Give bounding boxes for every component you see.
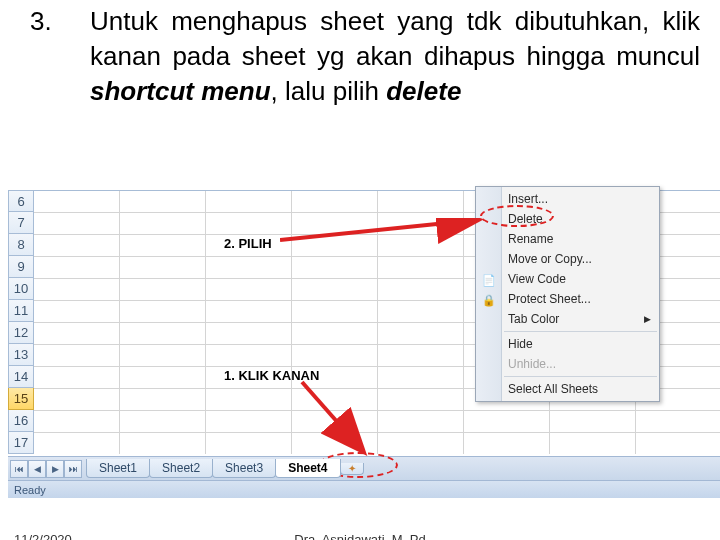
ctx-select-all-sheets[interactable]: Select All Sheets (476, 379, 659, 399)
sheet-tabs: Sheet1Sheet2Sheet3Sheet4 (86, 459, 340, 478)
context-menu-separator (504, 331, 657, 332)
sheet-tab-bar: ⏮ ◀ ▶ ⏭ Sheet1Sheet2Sheet3Sheet4 ✦ (8, 456, 720, 480)
instruction-block: 3. Untuk menghapus sheet yang tdk dibutu… (30, 4, 700, 109)
annotation-klik-kanan: 1. KLIK KANAN (224, 368, 319, 383)
tab-nav-next[interactable]: ▶ (46, 460, 64, 478)
ctx-view-code[interactable]: 📄 View Code (476, 269, 659, 289)
context-menu-separator-2 (504, 376, 657, 377)
lock-icon: 🔒 (481, 292, 497, 308)
context-menu: Insert... Delete Rename Move or Copy... … (475, 186, 660, 402)
instruction-term-1: shortcut menu (90, 76, 271, 106)
ctx-move-copy[interactable]: Move or Copy... (476, 249, 659, 269)
row-header[interactable]: 7 (8, 212, 34, 234)
row-headers: 67891011121314151617 (8, 190, 34, 454)
annotation-pilih: 2. PILIH (224, 236, 272, 251)
instruction-text-2: , lalu pilih (271, 76, 387, 106)
row-header[interactable]: 16 (8, 410, 34, 432)
row-header[interactable]: 10 (8, 278, 34, 300)
status-bar: Ready (8, 480, 720, 498)
row-header[interactable]: 6 (8, 190, 34, 212)
code-icon: 📄 (481, 272, 497, 288)
sheet-tab[interactable]: Sheet4 (275, 459, 340, 478)
tab-nav-prev[interactable]: ◀ (28, 460, 46, 478)
instruction-term-2: delete (386, 76, 461, 106)
ctx-rename[interactable]: Rename (476, 229, 659, 249)
ctx-tab-color[interactable]: Tab Color ▶ (476, 309, 659, 329)
tab-nav-last[interactable]: ⏭ (64, 460, 82, 478)
instruction-number: 3. (30, 4, 52, 39)
row-header[interactable]: 9 (8, 256, 34, 278)
row-header[interactable]: 11 (8, 300, 34, 322)
instruction-body: Untuk menghapus sheet yang tdk dibutuhka… (90, 4, 700, 109)
footer-author: Dra. Asnidawati, M. Pd (294, 532, 426, 540)
sheet-tab[interactable]: Sheet1 (86, 459, 150, 478)
row-header[interactable]: 12 (8, 322, 34, 344)
sheet-tab[interactable]: Sheet2 (149, 459, 213, 478)
row-header[interactable]: 8 (8, 234, 34, 256)
tab-nav-first[interactable]: ⏮ (10, 460, 28, 478)
ctx-hide[interactable]: Hide (476, 334, 659, 354)
row-header[interactable]: 15 (8, 388, 34, 410)
ctx-insert[interactable]: Insert... (476, 189, 659, 209)
instruction-text-1: Untuk menghapus sheet yang tdk dibutuhka… (90, 6, 700, 71)
row-header[interactable]: 14 (8, 366, 34, 388)
chevron-right-icon: ▶ (644, 314, 651, 324)
ctx-unhide: Unhide... (476, 354, 659, 374)
ctx-delete[interactable]: Delete (476, 209, 659, 229)
sheet-tab[interactable]: Sheet3 (212, 459, 276, 478)
ctx-protect-sheet[interactable]: 🔒 Protect Sheet... (476, 289, 659, 309)
footer-date: 11/2/2020 (14, 532, 72, 540)
tab-nav-group: ⏮ ◀ ▶ ⏭ (10, 460, 82, 478)
row-header[interactable]: 13 (8, 344, 34, 366)
new-sheet-button[interactable]: ✦ (340, 463, 364, 475)
status-text: Ready (14, 484, 46, 496)
row-header[interactable]: 17 (8, 432, 34, 454)
